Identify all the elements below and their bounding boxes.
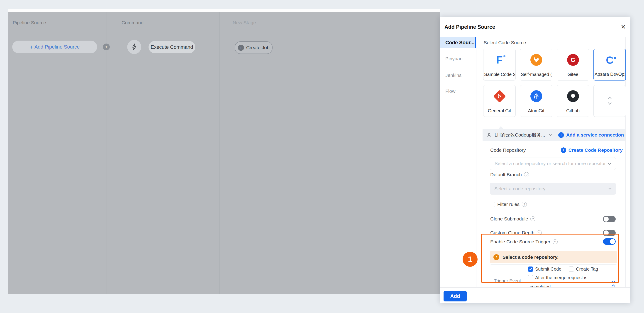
service-connection-value: LH的云效Codeup服务... [494, 132, 545, 138]
enable-trigger-label: Enable Code Source Trigger [490, 239, 550, 244]
add-stage-plus-button[interactable]: + [103, 44, 110, 50]
gitee-logo-icon: G [557, 54, 589, 66]
chevron-down-icon [608, 162, 612, 165]
add-pipeline-source-button[interactable]: + Add Pipeline Source [12, 40, 97, 53]
code-source-card-general-git[interactable]: General Git [483, 85, 516, 117]
add-service-connection-link[interactable]: Add a service connection [566, 132, 624, 138]
dialog-body: Code Sour... Pinyuan Jenkins Flow Select… [440, 37, 630, 287]
custom-clone-depth-toggle[interactable] [603, 230, 616, 236]
flow-logo-icon: F [484, 54, 516, 66]
code-repository-placeholder: Select a code repository or search for m… [494, 161, 606, 166]
git-logo-icon [484, 90, 516, 102]
default-branch-label: Default Branch [490, 172, 522, 177]
trigger-option-merge-request: After the merge request is [528, 275, 587, 280]
enable-trigger-row: Enable Code Source Trigger ? [490, 239, 558, 244]
github-logo-icon [557, 90, 589, 102]
add-pipeline-source-label: Add Pipeline Source [34, 44, 80, 50]
warning-text: Select a code repository. [502, 254, 558, 260]
help-icon[interactable]: ? [522, 202, 527, 207]
add-button[interactable]: Add [444, 291, 467, 302]
help-icon[interactable]: ? [530, 216, 536, 221]
code-source-card-github[interactable]: Github [557, 85, 589, 117]
help-icon[interactable]: ? [537, 230, 542, 235]
annotation-badge: 1 [462, 252, 478, 267]
trigger-node[interactable] [127, 40, 141, 54]
column-header-command: Command [122, 20, 144, 26]
plus-icon: + [238, 45, 244, 51]
expand-chevrons-icon [594, 95, 626, 108]
collapse-chevrons-icon[interactable] [611, 280, 616, 287]
submit-code-checkbox[interactable] [528, 266, 533, 272]
execute-command-node[interactable]: Execute Command [148, 41, 195, 53]
code-source-card-self-managed-gitlab[interactable]: Self-managed ( [520, 49, 552, 80]
code-repository-select[interactable]: Select a code repository or search for m… [490, 157, 616, 170]
canvas-top-strip [8, 8, 440, 12]
atomgit-logo-icon [520, 90, 552, 102]
select-code-source-label: Select Code Source [484, 40, 526, 45]
execute-command-label: Execute Command [150, 44, 193, 50]
warning-banner: ! Select a code repository. [490, 251, 617, 263]
default-branch-select[interactable]: Select a code repository. [490, 183, 616, 194]
code-source-card-gitee[interactable]: G Gitee [557, 49, 589, 80]
trigger-event-label: Trigger Event [494, 278, 521, 284]
trigger-box-divider [523, 265, 523, 287]
code-source-card-apsara-devops[interactable]: C Apsara DevOps [594, 49, 626, 80]
filter-rules-checkbox[interactable] [490, 202, 495, 207]
gitlab-logo-icon [520, 54, 552, 66]
service-connection-bar[interactable]: LH的云效Codeup服务... + Add a service connect… [482, 129, 626, 141]
close-icon[interactable]: ✕ [621, 17, 626, 37]
enable-trigger-toggle[interactable] [603, 238, 616, 245]
tab-jenkins[interactable]: Jenkins [440, 70, 476, 81]
chevron-down-icon [549, 134, 552, 136]
help-icon[interactable]: ? [552, 239, 558, 244]
column-divider [106, 12, 107, 294]
column-header-pipeline-source: Pipeline Source [13, 20, 46, 26]
code-source-expand-card[interactable] [594, 85, 626, 117]
code-repository-row: Code Repository + Create Code Repository [490, 148, 623, 153]
help-icon[interactable]: ? [524, 172, 529, 177]
plus-icon: + [558, 132, 564, 138]
chevron-down-icon [608, 188, 612, 190]
apsara-devops-logo-icon: C [594, 54, 626, 66]
default-branch-row: Default Branch ? [490, 172, 529, 177]
tab-code-source[interactable]: Code Sour... [440, 37, 476, 48]
tab-rail-divider [476, 37, 476, 287]
dialog-title: Add Pipeline Source [444, 17, 495, 37]
create-code-repository-link[interactable]: + Create Code Repository [561, 148, 623, 153]
column-divider [220, 12, 220, 294]
column-header-new-stage: New Stage [233, 20, 256, 26]
code-source-card-atomgit[interactable]: AtomGit [520, 85, 552, 117]
trigger-option-submit-code: Submit Code [528, 266, 562, 272]
merge-request-label-wrap: completed [530, 284, 550, 287]
warning-icon: ! [494, 254, 499, 260]
merge-request-checkbox[interactable] [528, 275, 533, 280]
code-repository-label: Code Repository [490, 148, 526, 153]
footer-divider [440, 287, 630, 288]
clone-submodule-label: Clone Submodule [490, 216, 528, 222]
create-tag-checkbox[interactable] [569, 266, 574, 272]
filter-rules-row: Filter rules ? [490, 202, 527, 207]
user-icon [487, 132, 492, 138]
create-job-label: Create Job [246, 45, 270, 50]
plus-icon: + [105, 45, 108, 49]
pipeline-canvas: Pipeline Source Command New Stage + Add … [8, 12, 440, 294]
lightning-icon [131, 44, 137, 50]
add-pipeline-source-dialog: Add Pipeline Source ✕ Code Sour... Pinyu… [440, 17, 630, 303]
default-branch-placeholder: Select a code repository. [494, 186, 546, 192]
plus-icon: + [30, 44, 33, 50]
custom-clone-depth-label: Custom Clone Depth [490, 230, 534, 236]
clone-submodule-toggle[interactable] [603, 216, 616, 222]
trigger-event-box: Trigger Event Submit Code Create Tag Aft… [490, 264, 617, 287]
clone-submodule-row: Clone Submodule ? [490, 216, 536, 222]
filter-rules-label: Filter rules [497, 202, 520, 207]
tab-flow[interactable]: Flow [440, 86, 476, 96]
custom-clone-depth-row: Custom Clone Depth ? [490, 230, 542, 236]
create-job-button[interactable]: + Create Job [235, 41, 272, 54]
trigger-option-create-tag: Create Tag [569, 266, 598, 272]
plus-icon: + [561, 148, 566, 153]
tab-pinyuan[interactable]: Pinyuan [440, 53, 476, 64]
caret-up [498, 126, 504, 129]
code-source-card-sample[interactable]: F Sample Code S [483, 49, 516, 80]
screenshot-root: Pipeline Source Command New Stage + Add … [0, 0, 644, 313]
